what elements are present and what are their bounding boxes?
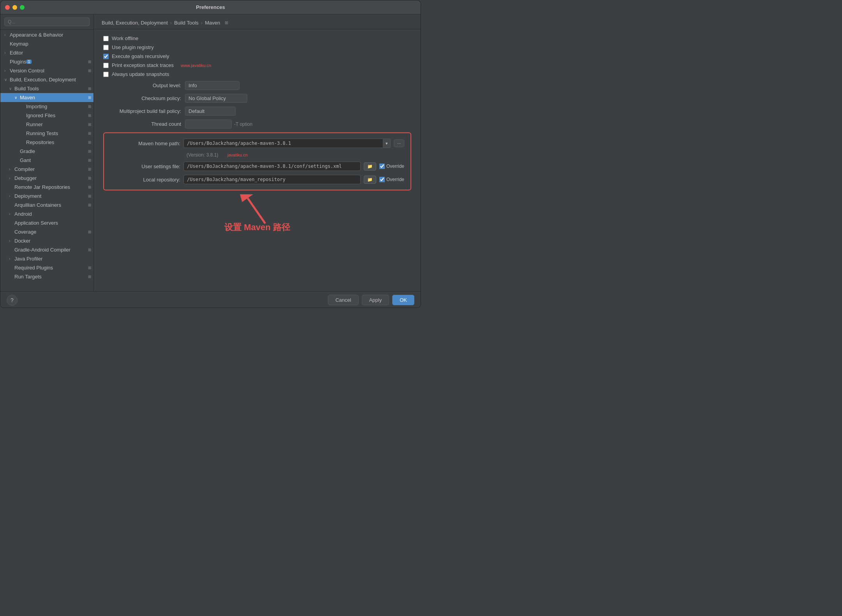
sidebar-item-deployment[interactable]: › Deployment ⊞ — [0, 192, 93, 201]
traffic-lights — [5, 5, 25, 10]
print-exception-checkbox[interactable] — [103, 63, 109, 68]
chevron-right-icon: › — [9, 257, 14, 261]
multiproject-policy-select-wrapper: Default Always At End Never — [185, 107, 236, 116]
use-plugin-registry-label[interactable]: Use plugin registry — [103, 44, 154, 50]
sidebar-item-maven[interactable]: ∨ Maven ⊞ — [0, 93, 93, 102]
settings-icon: ⊞ — [88, 69, 93, 73]
local-repo-input[interactable] — [183, 175, 361, 184]
chevron-down-icon: ∨ — [14, 95, 20, 100]
watermark-1: www.javatiku.cn — [181, 63, 211, 68]
sidebar-item-importing[interactable]: Importing ⊞ — [0, 102, 93, 111]
settings-icon: ⊞ — [88, 95, 93, 100]
execute-goals-label[interactable]: Execute goals recursively — [103, 53, 169, 59]
checksum-policy-control: No Global Policy Strict Warn Ignore — [185, 94, 247, 103]
ok-button[interactable]: OK — [392, 295, 414, 305]
output-level-row: Output level: Info Debug Warn Error — [103, 81, 411, 90]
sidebar-item-label: Gradle — [20, 148, 35, 154]
work-offline-label[interactable]: Work offline — [103, 35, 138, 41]
settings-icon: ⊞ — [88, 113, 93, 118]
sidebar-item-label: Plugins — [10, 59, 26, 65]
sidebar-item-runner[interactable]: Runner ⊞ — [0, 120, 93, 129]
user-settings-override-checkbox[interactable] — [379, 164, 385, 169]
sidebar-item-appearance[interactable]: › Appearance & Behavior — [0, 30, 93, 39]
sidebar-item-docker[interactable]: › Docker — [0, 236, 93, 245]
execute-goals-row: Execute goals recursively — [103, 53, 411, 59]
use-plugin-registry-row: Use plugin registry — [103, 44, 411, 50]
minimize-button[interactable] — [12, 5, 17, 10]
user-settings-override: Override — [379, 164, 404, 169]
always-update-label[interactable]: Always update snapshots — [103, 71, 169, 77]
chevron-right-icon: › — [9, 176, 14, 180]
breadcrumb: Build, Execution, Deployment › Build Too… — [94, 14, 421, 29]
maven-home-input[interactable] — [183, 139, 383, 148]
local-repo-override: Override — [379, 177, 404, 182]
multiproject-policy-select[interactable]: Default Always At End Never — [185, 107, 236, 116]
thread-count-label: Thread count — [103, 121, 181, 127]
chevron-down-icon: ∨ — [4, 77, 10, 82]
settings-icon: ⊞ — [88, 194, 93, 198]
sidebar-item-label: Running Tests — [26, 130, 58, 136]
print-exception-label[interactable]: Print exception stack traces — [103, 62, 174, 68]
checksum-policy-select[interactable]: No Global Policy Strict Warn Ignore — [185, 94, 247, 103]
sidebar-item-gant[interactable]: Gant ⊞ — [0, 156, 93, 165]
sidebar-item-version-control[interactable]: › Version Control ⊞ — [0, 66, 93, 75]
sidebar-item-coverage[interactable]: Coverage ⊞ — [0, 227, 93, 236]
maven-version-text: (Version: 3.8.1) — [187, 152, 218, 158]
sidebar-item-label: Compiler — [14, 166, 35, 172]
use-plugin-registry-checkbox[interactable] — [103, 45, 109, 50]
execute-goals-checkbox[interactable] — [103, 54, 109, 59]
breadcrumb-part-1[interactable]: Build, Execution, Deployment — [102, 20, 168, 26]
help-button[interactable]: ? — [7, 295, 18, 306]
sidebar-item-keymap[interactable]: Keymap — [0, 39, 93, 48]
sidebar-item-repositories[interactable]: Repositories ⊞ — [0, 138, 93, 147]
sidebar-item-ignored-files[interactable]: Ignored Files ⊞ — [0, 111, 93, 120]
apply-button[interactable]: Apply — [362, 295, 389, 305]
close-button[interactable] — [5, 5, 10, 10]
user-settings-browse-button[interactable]: 📁 — [364, 162, 376, 171]
title-bar: Preferences — [0, 0, 421, 14]
maven-home-browse-button[interactable]: ··· — [394, 139, 404, 147]
maven-home-input-group: ▾ — [183, 139, 391, 148]
settings-icon: ⊞ — [88, 131, 93, 136]
sidebar-item-gradle-android[interactable]: Gradle-Android Compiler ⊞ — [0, 245, 93, 254]
sidebar-item-java-profiler[interactable]: › Java Profiler — [0, 254, 93, 263]
output-level-select[interactable]: Info Debug Warn Error — [185, 81, 240, 90]
sidebar-item-required-plugins[interactable]: Required Plugins ⊞ — [0, 263, 93, 272]
settings-icon: ⊞ — [88, 86, 93, 91]
sidebar-item-label: Required Plugins — [14, 265, 53, 271]
user-settings-input[interactable] — [183, 162, 361, 171]
sidebar-item-editor[interactable]: › Editor — [0, 48, 93, 57]
output-level-control: Info Debug Warn Error — [185, 81, 240, 90]
settings-icon: ⊞ — [88, 122, 93, 127]
sidebar-item-label: Debugger — [14, 175, 37, 181]
sidebar-item-label: Runner — [26, 121, 43, 127]
sidebar-item-build-exec-deploy[interactable]: ∨ Build, Execution, Deployment — [0, 75, 93, 84]
sidebar-item-debugger[interactable]: › Debugger ⊞ — [0, 174, 93, 183]
always-update-checkbox[interactable] — [103, 72, 109, 77]
settings-gear-icon[interactable]: ⊞ — [225, 20, 228, 25]
local-repo-browse-button[interactable]: 📁 — [364, 176, 376, 184]
local-repo-override-checkbox[interactable] — [379, 177, 385, 182]
sidebar-item-compiler[interactable]: › Compiler ⊞ — [0, 165, 93, 174]
thread-count-input[interactable] — [185, 120, 232, 128]
maximize-button[interactable] — [20, 5, 25, 10]
settings-icon: ⊞ — [88, 104, 93, 109]
sidebar-item-plugins[interactable]: Plugins 1 ⊞ — [0, 57, 93, 66]
sidebar-item-running-tests[interactable]: Running Tests ⊞ — [0, 129, 93, 138]
sidebar-item-app-servers[interactable]: Application Servers — [0, 218, 93, 227]
search-input[interactable] — [4, 18, 90, 26]
maven-home-dropdown-button[interactable]: ▾ — [383, 139, 391, 148]
settings-icon: ⊞ — [88, 167, 93, 171]
sidebar-item-arquillian[interactable]: Arquillian Containers ⊞ — [0, 201, 93, 209]
settings-icon: ⊞ — [88, 149, 93, 153]
chevron-right-icon: › — [9, 239, 14, 243]
sidebar-item-build-tools[interactable]: ∨ Build Tools ⊞ — [0, 84, 93, 93]
settings-icon: ⊞ — [88, 230, 93, 234]
sidebar-item-run-targets[interactable]: Run Targets ⊞ — [0, 272, 93, 281]
cancel-button[interactable]: Cancel — [328, 295, 358, 305]
sidebar-item-android[interactable]: › Android — [0, 209, 93, 218]
sidebar-item-remote-jar[interactable]: Remote Jar Repositories ⊞ — [0, 183, 93, 192]
breadcrumb-part-2[interactable]: Build Tools — [174, 20, 199, 26]
work-offline-checkbox[interactable] — [103, 36, 109, 41]
sidebar-item-gradle[interactable]: Gradle ⊞ — [0, 147, 93, 156]
